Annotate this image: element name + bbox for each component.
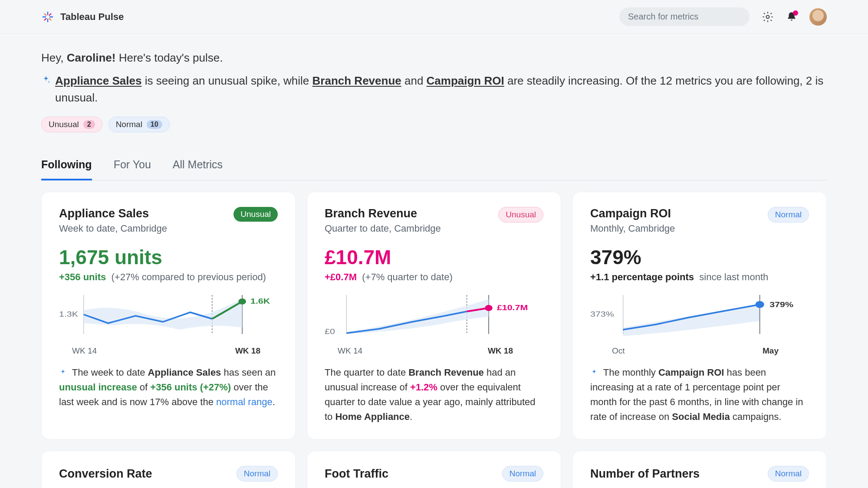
notification-dot-icon — [793, 10, 798, 16]
status-badge: Normal — [237, 466, 278, 481]
status-badge: Normal — [768, 207, 809, 223]
filter-chips: Unusual 2 Normal 10 — [41, 117, 827, 132]
card-foot-traffic[interactable]: Foot Traffic Normal — [307, 451, 561, 488]
insight-link-branch[interactable]: Branch Revenue — [312, 74, 401, 87]
sparkline-chart: 1.3K 1.6K — [59, 291, 278, 343]
topbar-actions — [619, 7, 827, 26]
chart-axis: WK 14 WK 18 — [59, 343, 278, 356]
card-branch-revenue[interactable]: Branch Revenue Quarter to date, Cambridg… — [307, 192, 561, 439]
svg-text:373%: 373% — [590, 310, 614, 318]
svg-text:£10.7M: £10.7M — [497, 304, 528, 311]
status-badge: Normal — [768, 466, 809, 481]
insight-text: Appliance Sales is seeing an unusual spi… — [55, 72, 827, 106]
sparkle-icon — [59, 369, 67, 377]
sparkle-icon — [590, 369, 598, 377]
brand-name: Tableau Pulse — [60, 11, 124, 23]
svg-text:1.6K: 1.6K — [250, 297, 270, 305]
search-field[interactable] — [628, 12, 738, 22]
metric-delta: +£0.7M (+7% quarter to date) — [325, 272, 543, 283]
sparkline-chart: 373% 379% — [590, 291, 809, 343]
greeting: Hey, Caroline! Here's today's pulse. — [41, 51, 827, 65]
sparkline-chart: £0 £10.7M — [325, 291, 543, 343]
card-insight: The quarter to date Branch Revenue had a… — [325, 365, 543, 424]
card-title: Foot Traffic — [325, 467, 388, 481]
topbar: Tableau Pulse — [0, 0, 868, 34]
gear-icon — [762, 11, 774, 23]
svg-text:379%: 379% — [769, 301, 793, 308]
main-content: Hey, Caroline! Here's today's pulse. App… — [0, 34, 868, 488]
svg-point-1 — [766, 15, 769, 18]
tab-for-you[interactable]: For You — [114, 158, 151, 180]
metric-value: £10.7M — [325, 246, 543, 269]
insight-link-campaign[interactable]: Campaign ROI — [427, 74, 504, 87]
chip-normal-count: 10 — [147, 120, 162, 129]
card-subtitle: Week to date, Cambridge — [59, 223, 167, 234]
notifications-button[interactable] — [786, 11, 797, 23]
svg-point-5 — [485, 305, 493, 311]
status-badge: Unusual — [233, 207, 278, 222]
svg-text:1.3K: 1.3K — [59, 310, 78, 318]
status-badge: Normal — [502, 466, 543, 481]
svg-point-2 — [238, 298, 246, 305]
brand[interactable]: Tableau Pulse — [41, 10, 124, 23]
tableau-logo-icon — [41, 10, 54, 23]
tab-all-metrics[interactable]: All Metrics — [173, 158, 223, 180]
card-subtitle: Monthly, Cambridge — [590, 223, 675, 234]
greeting-prefix: Hey, — [41, 51, 67, 64]
card-appliance-sales[interactable]: Appliance Sales Week to date, Cambridge … — [41, 192, 296, 439]
chip-unusual-label: Unusual — [49, 120, 79, 129]
tabs: Following For You All Metrics — [41, 158, 827, 180]
search-input[interactable] — [619, 7, 750, 26]
metric-delta: +1.1 percentage points since last month — [590, 272, 809, 283]
greeting-name: Caroline! — [67, 51, 116, 64]
status-badge: Unusual — [498, 207, 543, 223]
chip-normal[interactable]: Normal 10 — [108, 117, 170, 132]
metric-value: 1,675 units — [59, 246, 278, 269]
avatar[interactable] — [809, 8, 827, 26]
chart-axis: WK 14 WK 18 — [325, 343, 543, 356]
chip-normal-label: Normal — [116, 120, 142, 129]
card-conversion-rate[interactable]: Conversion Rate Normal — [41, 451, 296, 488]
card-title: Appliance Sales — [59, 207, 167, 220]
metric-value: 379% — [590, 246, 809, 269]
sparkle-icon — [41, 75, 51, 85]
card-title: Conversion Rate — [59, 467, 152, 481]
card-subtitle: Quarter to date, Cambridge — [325, 223, 441, 234]
tab-following[interactable]: Following — [41, 158, 92, 180]
chip-unusual-count: 2 — [83, 120, 95, 129]
card-title: Campaign ROI — [590, 207, 675, 220]
insight-summary: Appliance Sales is seeing an unusual spi… — [41, 72, 827, 106]
chart-axis: Oct May — [590, 343, 809, 356]
greeting-suffix: Here's today's pulse. — [115, 51, 223, 64]
card-title: Number of Partners — [590, 467, 700, 481]
settings-button[interactable] — [762, 11, 774, 23]
svg-text:£0: £0 — [325, 328, 335, 335]
metric-cards: Appliance Sales Week to date, Cambridge … — [41, 192, 827, 488]
chip-unusual[interactable]: Unusual 2 — [41, 117, 102, 132]
card-insight: The monthly Campaign ROI has been increa… — [590, 365, 809, 424]
metric-delta: +356 units (+27% compared to previous pe… — [59, 272, 278, 283]
card-insight: The week to date Appliance Sales has see… — [59, 365, 278, 409]
card-title: Branch Revenue — [325, 207, 441, 220]
card-number-of-partners[interactable]: Number of Partners Normal — [572, 451, 827, 488]
card-campaign-roi[interactable]: Campaign ROI Monthly, Cambridge Normal 3… — [572, 192, 827, 439]
insight-link-appliance[interactable]: Appliance Sales — [55, 74, 141, 87]
svg-point-8 — [756, 301, 764, 308]
